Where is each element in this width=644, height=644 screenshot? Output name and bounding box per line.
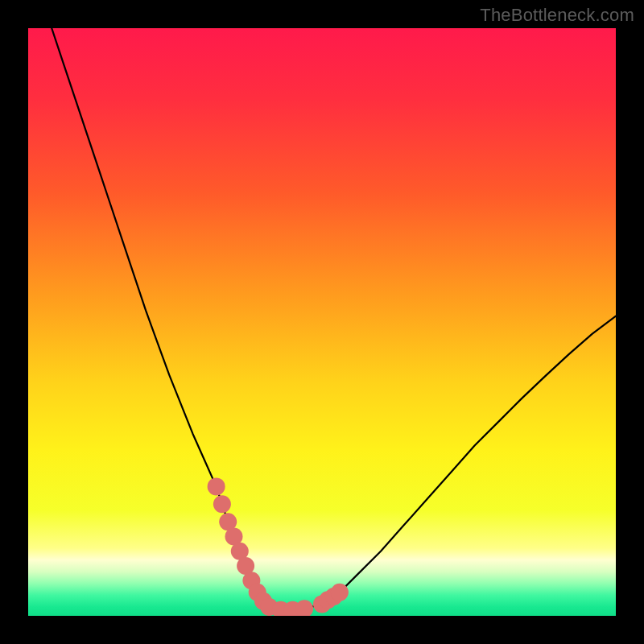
highlight-dot — [213, 495, 231, 513]
highlight-markers — [208, 477, 349, 616]
watermark-text: TheBottleneck.com — [480, 5, 634, 26]
curve-layer — [28, 28, 616, 616]
bottleneck-curve — [52, 28, 616, 610]
highlight-dot — [295, 600, 313, 616]
highlight-dot — [331, 584, 349, 601]
highlight-dot — [208, 477, 225, 495]
plot-area — [28, 28, 616, 616]
chart-stage: TheBottleneck.com — [0, 0, 644, 644]
